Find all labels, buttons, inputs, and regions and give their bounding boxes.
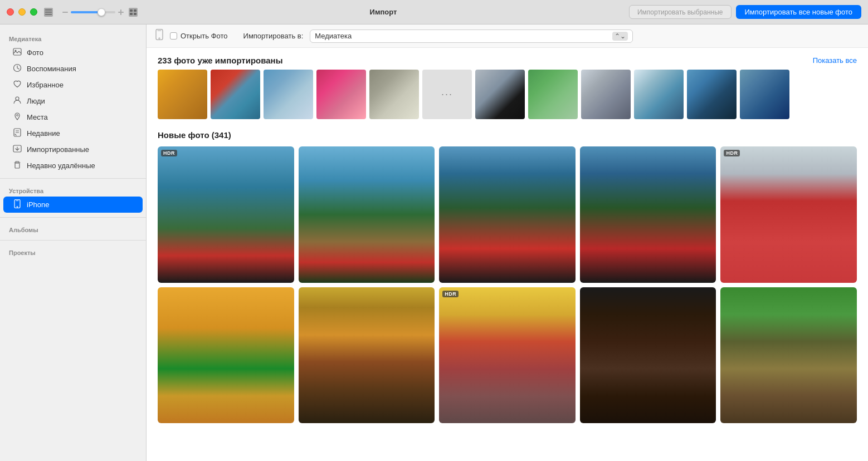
new-photo-9[interactable]: [580, 287, 716, 424]
svg-rect-5: [120, 9, 121, 15]
sidebar-item-deleted-label: Недавно удалённые: [27, 161, 95, 170]
titlebar-action-buttons: Импортировать выбранные Импортировать вс…: [629, 5, 861, 19]
new-photo-4[interactable]: [580, 146, 716, 283]
svg-point-23: [17, 207, 18, 208]
sidebar-item-iphone-label: iPhone: [27, 200, 49, 209]
trash-icon: [12, 160, 22, 171]
more-indicator: ···: [441, 89, 453, 100]
import-destination-dropdown[interactable]: Медиатека ⌃⌄: [310, 30, 633, 43]
new-photo-10[interactable]: [720, 287, 857, 424]
sidebar-toggle-icon[interactable]: [44, 8, 53, 17]
sidebar-item-recent[interactable]: Недавние: [3, 125, 143, 141]
photos-icon: [12, 47, 22, 58]
view-toggle-icon[interactable]: [129, 8, 138, 17]
import-all-button[interactable]: Импортировать все новые фото: [736, 5, 862, 19]
hdr-badge-1: HDR: [161, 150, 177, 156]
sidebar-item-places-label: Места: [27, 113, 48, 121]
iphone-icon: [12, 199, 22, 210]
sidebar-divider-3: [0, 240, 146, 241]
sidebar: Медиатека Фото Воспоминания Избранное Лю…: [0, 24, 147, 461]
imported-thumb-3[interactable]: [264, 70, 313, 119]
zoom-slider-track: [71, 11, 115, 13]
dropdown-arrow-icon: ⌃⌄: [612, 32, 628, 41]
svg-rect-7: [134, 9, 136, 12]
svg-rect-0: [45, 9, 52, 11]
new-photos-section: Новые фото (341) HDR HDR HDR: [147, 128, 868, 461]
fullscreen-button[interactable]: [30, 8, 37, 16]
sidebar-item-people[interactable]: Люди: [3, 93, 143, 109]
sidebar-item-imported-label: Импортированные: [27, 145, 89, 154]
zoom-slider-thumb[interactable]: [97, 8, 105, 16]
imported-icon: [12, 144, 22, 155]
sidebar-item-people-label: Люди: [27, 97, 45, 105]
show-all-button[interactable]: Показать все: [813, 56, 857, 65]
sidebar-divider-2: [0, 217, 146, 218]
memories-icon: [12, 63, 22, 74]
imported-thumb-8[interactable]: [528, 70, 578, 119]
content-toolbar: Открыть Фото Импортировать в: Медиатека …: [147, 24, 868, 48]
heart-icon: [12, 80, 22, 90]
imported-thumb-7[interactable]: [475, 70, 525, 119]
new-photo-5[interactable]: HDR: [720, 146, 857, 283]
sidebar-item-imported[interactable]: Импортированные: [3, 141, 143, 158]
imported-thumb-5[interactable]: [369, 70, 419, 119]
sidebar-divider-1: [0, 178, 146, 179]
imported-thumb-11[interactable]: [687, 70, 737, 119]
sidebar-item-places[interactable]: Места: [3, 109, 143, 125]
imported-thumb-2[interactable]: [211, 70, 260, 119]
svg-rect-8: [130, 13, 133, 15]
projects-section-title: Проекты: [0, 245, 146, 258]
window-controls: [44, 8, 138, 17]
sidebar-item-deleted[interactable]: Недавно удалённые: [3, 158, 143, 174]
imported-thumb-9[interactable]: [581, 70, 631, 119]
sidebar-item-memories[interactable]: Воспоминания: [3, 61, 143, 77]
sidebar-item-photos-label: Фото: [27, 48, 43, 57]
svg-point-14: [17, 115, 18, 116]
sidebar-item-favorites[interactable]: Избранное: [3, 77, 143, 93]
svg-point-13: [16, 97, 19, 100]
hdr-badge-8: HDR: [442, 291, 459, 297]
new-photo-3[interactable]: [439, 146, 576, 283]
devices-section-title: Устройства: [0, 183, 146, 197]
window-title: Импорт: [138, 8, 629, 16]
new-photo-8[interactable]: HDR: [439, 287, 576, 424]
imported-thumb-12[interactable]: [740, 70, 789, 119]
imported-section-title: 233 фото уже импортированы: [158, 56, 283, 65]
imported-thumb-10[interactable]: [634, 70, 684, 119]
minimize-button[interactable]: [18, 8, 26, 16]
recent-icon: [12, 128, 22, 139]
open-photos-checkbox[interactable]: [170, 32, 177, 40]
open-photos-label: Открыть Фото: [181, 32, 228, 40]
svg-rect-1: [45, 12, 52, 13]
svg-rect-9: [134, 13, 136, 15]
titlebar: Импорт Импортировать выбранные Импортиро…: [0, 0, 868, 24]
imported-thumb-1[interactable]: [158, 70, 207, 119]
svg-point-26: [159, 38, 160, 39]
new-photo-6[interactable]: [158, 287, 294, 424]
import-selected-button[interactable]: Импортировать выбранные: [629, 5, 732, 19]
svg-rect-20: [15, 163, 19, 168]
imported-section-header: 233 фото уже импортированы Показать все: [147, 48, 868, 70]
zoom-slider-container: [62, 9, 124, 16]
svg-rect-10: [13, 48, 21, 55]
new-photos-grid: HDR HDR HDR: [158, 146, 857, 432]
new-photo-1[interactable]: HDR: [158, 146, 294, 283]
imported-thumb-4[interactable]: [316, 70, 366, 119]
new-photo-2[interactable]: [299, 146, 435, 283]
albums-section-title: Альбомы: [0, 222, 146, 236]
main-layout: Медиатека Фото Воспоминания Избранное Лю…: [0, 24, 868, 461]
svg-rect-3: [62, 12, 68, 13]
places-icon: [12, 112, 22, 122]
close-button[interactable]: [7, 8, 14, 16]
sidebar-item-iphone[interactable]: iPhone: [3, 197, 143, 213]
import-to-label: Импортировать в:: [243, 32, 304, 40]
new-photo-7[interactable]: [299, 287, 435, 424]
sidebar-item-favorites-label: Избранное: [27, 81, 64, 89]
sidebar-item-memories-label: Воспоминания: [27, 65, 76, 73]
open-photos-checkbox-group: Открыть Фото: [170, 32, 228, 40]
svg-rect-6: [130, 9, 133, 12]
new-photos-section-header: Новые фото (341): [158, 128, 857, 146]
import-destination-value: Медиатека: [315, 32, 352, 40]
device-small-icon: [155, 29, 163, 43]
sidebar-item-photos[interactable]: Фото: [3, 45, 143, 61]
